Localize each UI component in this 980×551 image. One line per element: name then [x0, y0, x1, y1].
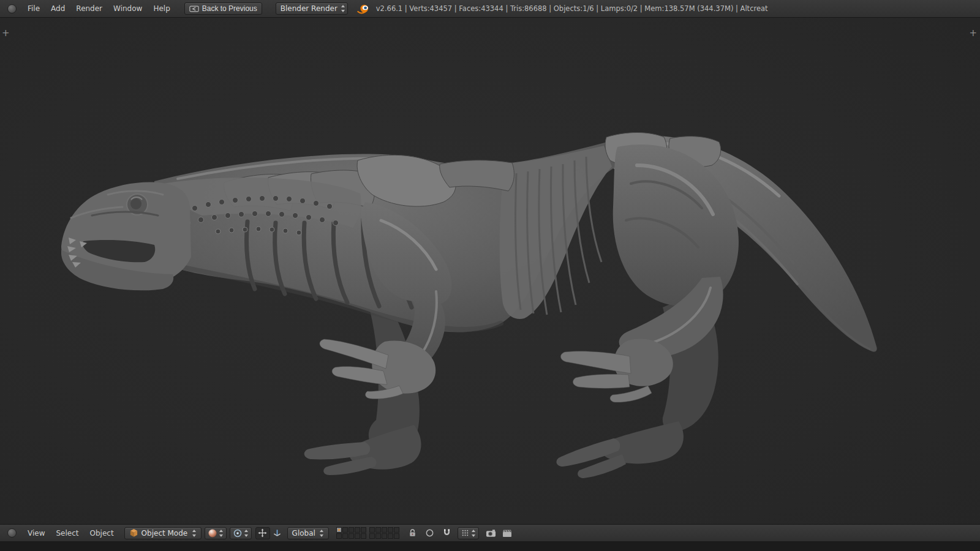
- menu-help[interactable]: Help: [148, 0, 175, 17]
- mode-select-value: Object Mode: [141, 529, 188, 538]
- opengl-render-button[interactable]: [484, 527, 499, 539]
- layer-cell[interactable]: [388, 533, 393, 539]
- viewport-shading-select[interactable]: [205, 527, 227, 539]
- render-engine-value: Blender Render: [281, 4, 337, 13]
- layers-widget: [336, 527, 399, 539]
- info-editor-header: File Add Render Window Help Back to Prev…: [0, 0, 980, 18]
- 3d-viewport[interactable]: + +: [0, 18, 980, 524]
- clapperboard-icon: [502, 529, 512, 538]
- layer-cell[interactable]: [336, 527, 342, 533]
- back-to-previous-button[interactable]: Back to Previous: [184, 2, 262, 15]
- mode-select[interactable]: Object Mode: [124, 527, 202, 539]
- layer-cell[interactable]: [388, 527, 393, 533]
- layer-cell[interactable]: [394, 527, 399, 533]
- proportional-circle-icon: [425, 528, 434, 538]
- creature-model[interactable]: [0, 18, 980, 524]
- viewport-editor-type-icon: [7, 528, 17, 538]
- menu-object[interactable]: Object: [85, 525, 119, 542]
- expand-region-right-button[interactable]: +: [969, 29, 977, 38]
- orientation-value: Global: [292, 529, 315, 538]
- pivot-point-icon: [233, 528, 243, 538]
- viewport-menu: View Select Object: [22, 525, 119, 542]
- snap-element-select[interactable]: [458, 527, 479, 539]
- editor-type-selector[interactable]: [5, 2, 18, 15]
- snap-increment-grid-icon: [461, 528, 470, 538]
- expand-region-left-button[interactable]: +: [2, 29, 10, 38]
- blender-logo-icon: [356, 3, 370, 14]
- layer-cell[interactable]: [349, 527, 354, 533]
- dropdown-arrows-icon: [319, 529, 324, 538]
- menu-render[interactable]: Render: [70, 0, 108, 17]
- viewport-editor-type-selector[interactable]: [5, 527, 18, 539]
- proportional-edit-toggle[interactable]: [423, 527, 437, 539]
- layer-cell[interactable]: [375, 527, 381, 533]
- render-camera-icon: [486, 529, 496, 538]
- render-engine-select[interactable]: Blender Render: [276, 2, 348, 15]
- lock-to-scene-toggle[interactable]: [405, 527, 420, 539]
- layer-group-1: [336, 527, 366, 539]
- dropdown-arrows-icon: [341, 4, 345, 13]
- layer-cell[interactable]: [382, 527, 387, 533]
- dropdown-arrows-icon: [244, 529, 249, 538]
- manipulator-translate-toggle[interactable]: [255, 527, 270, 539]
- layer-cell[interactable]: [382, 533, 387, 539]
- lock-icon: [408, 528, 417, 538]
- layer-cell[interactable]: [349, 533, 354, 539]
- layer-cell[interactable]: [369, 533, 375, 539]
- dropdown-arrows-icon: [471, 529, 476, 538]
- layer-cell[interactable]: [361, 527, 366, 533]
- layer-cell[interactable]: [369, 527, 375, 533]
- back-arrow-icon: [189, 6, 199, 12]
- object-mode-cube-icon: [129, 528, 138, 538]
- creature-head[interactable]: [61, 182, 191, 291]
- menu-file[interactable]: File: [22, 0, 45, 17]
- shading-sphere-icon: [208, 528, 217, 538]
- dropdown-arrows-icon: [192, 529, 197, 538]
- layer-cell[interactable]: [355, 527, 360, 533]
- layer-cell[interactable]: [342, 533, 348, 539]
- layer-group-2: [369, 527, 399, 539]
- axis-triad-icon: [273, 528, 282, 538]
- menu-add[interactable]: Add: [45, 0, 70, 17]
- scene-stats: v2.66.1 | Verts:43457 | Faces:43344 | Tr…: [376, 4, 768, 13]
- pivot-point-select[interactable]: [230, 527, 252, 539]
- layer-cell[interactable]: [355, 533, 360, 539]
- menu-window[interactable]: Window: [108, 0, 148, 17]
- layer-cell[interactable]: [361, 533, 366, 539]
- opengl-render-anim-button[interactable]: [500, 527, 514, 539]
- layer-cell[interactable]: [336, 533, 342, 539]
- editor-type-icon: [7, 4, 17, 13]
- dropdown-arrows-icon: [219, 529, 224, 538]
- main-menu: File Add Render Window Help: [22, 0, 176, 17]
- viewport-header: View Select Object Object Mode: [0, 524, 980, 541]
- layer-cell[interactable]: [394, 533, 399, 539]
- window-edge: [0, 541, 980, 551]
- layer-objects-dot-icon: [338, 529, 340, 531]
- menu-select[interactable]: Select: [50, 525, 84, 542]
- snap-toggle[interactable]: [440, 527, 454, 539]
- translate-manipulator-icon: [258, 528, 267, 538]
- blender-window: File Add Render Window Help Back to Prev…: [0, 0, 980, 551]
- layer-cell[interactable]: [375, 533, 381, 539]
- menu-view[interactable]: View: [22, 525, 50, 542]
- layer-cell[interactable]: [342, 527, 348, 533]
- magnet-icon: [442, 528, 451, 538]
- transform-orientation-select[interactable]: Global: [287, 527, 329, 539]
- manipulator-axis-toggle[interactable]: [270, 527, 285, 539]
- back-button-label: Back to Previous: [202, 4, 257, 13]
